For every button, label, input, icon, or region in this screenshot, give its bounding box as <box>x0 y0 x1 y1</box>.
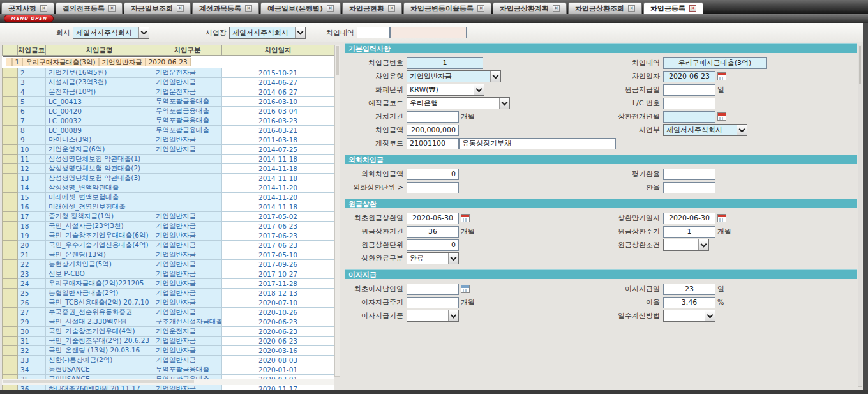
row-indicator[interactable] <box>3 155 18 164</box>
cell-loan-name[interactable]: 신보 P-CBO <box>46 269 153 279</box>
cell-loan-code[interactable]: 13 <box>18 174 46 183</box>
cell-loan-date[interactable]: 2017-05-10 <box>222 250 334 260</box>
cell-loan-type[interactable] <box>153 193 222 202</box>
cell-loan-type[interactable] <box>153 183 222 193</box>
tab-close-icon[interactable] <box>245 5 252 12</box>
cell-loan-date[interactable]: 2017-05-02 <box>222 212 334 222</box>
row-indicator[interactable] <box>3 279 18 289</box>
cell-loan-name[interactable]: 기업기보(16억5천) <box>46 68 153 78</box>
cell-loan-type[interactable]: 기업일반자금 <box>99 58 146 66</box>
cell-loan-code[interactable]: 14 <box>18 183 46 193</box>
tab-close-icon[interactable] <box>628 5 635 12</box>
header-loan-type[interactable]: 차입구분 <box>153 45 222 56</box>
cell-loan-code[interactable]: 20 <box>18 241 46 250</box>
cell-loan-date[interactable]: 2017-10-27 <box>222 269 334 279</box>
cell-loan-name[interactable]: 우리구매자금대출(2억)221205 <box>46 279 153 289</box>
row-indicator[interactable] <box>3 346 18 356</box>
scrollbar-thumb[interactable] <box>336 46 339 75</box>
cell-loan-type[interactable]: 기업운전자금 <box>153 327 222 337</box>
day-count-method-select[interactable] <box>663 310 715 322</box>
row-indicator[interactable] <box>6 58 12 66</box>
cell-loan-type[interactable] <box>153 202 222 212</box>
cell-loan-type[interactable]: 무역포괄금융대출 <box>153 365 222 375</box>
row-indicator[interactable] <box>3 107 18 116</box>
maturity-date-field[interactable]: 2020-06-30 <box>663 213 715 224</box>
tab-close-icon[interactable] <box>388 5 395 12</box>
cell-loan-name[interactable]: 농협장기차입금(5억) <box>46 260 153 269</box>
cell-loan-type[interactable] <box>153 174 222 183</box>
table-row[interactable]: 9마이너스(3억)기업일반자금2011-03-18 <box>3 135 334 145</box>
chevron-down-icon[interactable] <box>448 253 458 264</box>
repay-complete-select[interactable]: 완료 <box>407 252 459 264</box>
header-loan-code[interactable]: 차입금코드 <box>18 45 46 56</box>
cell-loan-name[interactable]: 부국증권_선순위유동화증권 <box>46 308 153 317</box>
row-indicator[interactable] <box>3 222 18 231</box>
cell-loan-code[interactable]: 6 <box>18 107 46 116</box>
calendar-icon[interactable] <box>717 72 726 80</box>
row-indicator[interactable] <box>3 250 18 260</box>
row-indicator[interactable] <box>3 68 18 78</box>
cell-loan-name[interactable]: 미래에셋_경영인보험대출 <box>46 202 153 212</box>
company-select[interactable]: 제일저지주식회사 <box>73 27 149 39</box>
cell-loan-code[interactable]: 29 <box>18 317 46 327</box>
cell-loan-code[interactable]: 25 <box>18 289 46 298</box>
cell-loan-date[interactable]: 2014-06-27 <box>222 78 334 87</box>
first-repay-date-field[interactable]: 2020-06-30 <box>407 213 459 224</box>
table-row[interactable]: 5LC_00413무역포괄금융대출2016-03-10 <box>3 97 334 107</box>
cell-loan-name[interactable]: 국민_온랜딩 (13억) 20.03.16 <box>46 346 153 356</box>
loan-no-field[interactable]: 1 <box>407 57 483 69</box>
menu-open-button[interactable]: MENU OPEN <box>4 15 54 22</box>
table-row[interactable]: 16미래에셋_경영인보험대출2014-11-18 <box>3 202 334 212</box>
table-row[interactable]: 15미래에셋_변액보험대출2014-11-20 <box>3 193 334 202</box>
tab-close-icon[interactable] <box>40 5 47 12</box>
cell-loan-code[interactable]: 4 <box>18 87 46 97</box>
repay-cycle-field[interactable]: 1 <box>663 226 715 238</box>
table-row[interactable]: 4운전자금(10억)기업운전자금2014-06-27 <box>3 87 334 97</box>
chevron-down-icon[interactable] <box>698 239 708 250</box>
calendar-icon[interactable] <box>717 214 726 222</box>
table-row[interactable]: 33신한(-)통장예금(2억)기업일반자금2020-08-03 <box>3 356 334 365</box>
table-row[interactable]: 31국민_기술창조우대(2억) 20.6.23기업일반자금2020-06-23 <box>3 337 334 346</box>
row-indicator[interactable] <box>3 365 18 375</box>
cell-loan-name[interactable]: 농협일반자금대출(2억) <box>46 289 153 298</box>
table-row[interactable]: 13삼성생명단체보험 약관대출(3)2014-11-18 <box>3 174 334 183</box>
chevron-down-icon[interactable] <box>138 27 149 38</box>
cell-loan-date[interactable]: 2016-03-10 <box>222 97 334 107</box>
cell-loan-name[interactable]: 국민_TCB신용대출(2억) 20.7.10 <box>46 298 153 308</box>
cell-loan-type[interactable]: 구조개선시설자금대출 <box>153 317 222 327</box>
cell-loan-name[interactable]: 중기청 정책자금(1억) <box>46 212 153 222</box>
table-row[interactable]: 27부국증권_선순위유동화증권기업일반자금2020-10-26 <box>3 308 334 317</box>
cell-loan-type[interactable]: 기업일반자금 <box>153 260 222 269</box>
cell-loan-date[interactable]: 2014-06-27 <box>222 87 334 97</box>
cell-loan-name[interactable]: LC_00413 <box>46 97 153 107</box>
cell-loan-code[interactable]: 7 <box>18 116 46 126</box>
row-indicator[interactable] <box>3 298 18 308</box>
row-indicator[interactable] <box>3 356 18 365</box>
repay-start-ym-field[interactable] <box>663 111 715 123</box>
cell-loan-code[interactable]: 23 <box>18 269 46 279</box>
table-row[interactable]: 21국민_온랜딩(13억)기업일반자금2017-05-10 <box>3 250 334 260</box>
cell-loan-name[interactable]: 운전자금(10억) <box>46 87 153 97</box>
table-row[interactable]: 29국민_시설대 2,330백만원구조개선시설자금대출2020-06-23 <box>3 317 334 327</box>
row-indicator[interactable] <box>3 327 18 337</box>
loan-type-select[interactable]: 기업일반자금 <box>407 70 501 82</box>
cell-loan-code[interactable]: 21 <box>18 250 46 260</box>
row-indicator[interactable] <box>3 241 18 250</box>
table-row[interactable]: 25농협일반자금대출(2억)기업일반자금2018-12-13 <box>3 289 334 298</box>
cell-loan-code[interactable]: 15 <box>18 193 46 202</box>
repay-period-field[interactable]: 36 <box>407 226 459 238</box>
cell-loan-code[interactable]: 31 <box>18 337 46 346</box>
cell-loan-name[interactable]: LC_00089 <box>46 126 153 135</box>
cell-loan-date[interactable]: 2014-07-25 <box>222 145 334 155</box>
row-indicator[interactable] <box>3 308 18 317</box>
tab-close-icon[interactable] <box>108 5 116 12</box>
row-indicator[interactable] <box>3 164 18 174</box>
table-row[interactable]: 10기업운영자금(6억)기업일반자금2014-07-25 <box>3 145 334 155</box>
cell-loan-date[interactable]: 2017-06-23 <box>222 222 334 231</box>
cell-loan-type[interactable]: 무역포괄금융대출 <box>153 126 222 135</box>
cell-loan-name[interactable]: 마이너스(3억) <box>46 135 153 145</box>
cell-loan-type[interactable]: 무역포괄금융대출 <box>153 116 222 126</box>
cell-loan-date[interactable]: 2016-03-21 <box>222 126 334 135</box>
cell-loan-date[interactable]: 2011-03-18 <box>222 135 334 145</box>
tab-item[interactable]: 결의전표등록 <box>56 2 123 14</box>
